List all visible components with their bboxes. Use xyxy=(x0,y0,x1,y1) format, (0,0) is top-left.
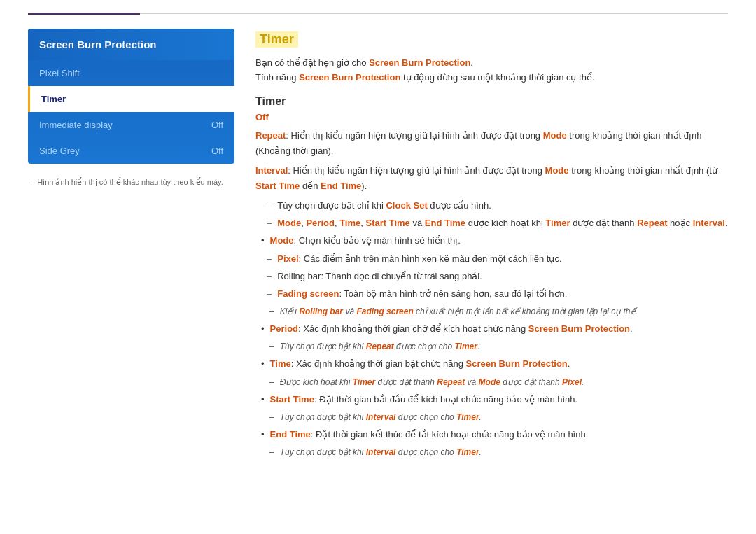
interval-et: Interval xyxy=(366,447,396,457)
note-time: – Được kích hoạt khi Timer được đặt thàn… xyxy=(270,375,728,389)
fading-screen-term: Fading screen xyxy=(356,307,413,316)
note-mode-period: – Mode, Period, Time, Start Time và End … xyxy=(267,216,728,231)
interval-t: Interval xyxy=(693,218,725,228)
sub-fading: – Fading screen: Toàn bộ màn hình trở nê… xyxy=(267,286,728,302)
start-time-label: Start Time xyxy=(270,394,314,405)
mode-t: Mode xyxy=(277,218,301,228)
sidebar-item-label: Pixel Shift xyxy=(39,68,80,78)
bullet-end-time: • End Time: Đặt thời gian kết thúc để tắ… xyxy=(261,427,728,442)
note-time-text: Được kích hoạt khi Timer được đặt thành … xyxy=(280,375,584,389)
bullet-start-time-text: Start Time: Đặt thời gian bắt đầu để kíc… xyxy=(270,392,578,407)
repeat-p: Repeat xyxy=(366,342,394,351)
note-start-time: – Tùy chọn được bật khi Interval được ch… xyxy=(270,410,728,424)
end-time-term-1: End Time xyxy=(321,181,361,191)
content-area: Timer Bạn có thể đặt hẹn giờ cho Screen … xyxy=(255,29,728,463)
sub-fading-text: Fading screen: Toàn bộ màn hình trở nên … xyxy=(277,286,567,302)
start-time-term-1: Start Time xyxy=(255,181,300,191)
note-period: – Tùy chọn được bật khi Repeat được chọn… xyxy=(270,339,728,353)
repeat-t2: Repeat xyxy=(437,377,465,387)
top-border-accent xyxy=(28,13,140,15)
timer-t: Timer xyxy=(545,218,570,228)
sidebar-item-value: Off xyxy=(211,146,223,156)
sub-rolling-text: Rolling bar: Thanh dọc di chuyển từ trái… xyxy=(277,269,482,284)
sidebar-title: Screen Burn Protection xyxy=(28,29,234,60)
timer-p: Timer xyxy=(454,342,477,351)
mode-t2: Mode xyxy=(479,377,500,387)
repeat-paragraph: Repeat: Hiển thị kiểu ngăn hiện tượng gi… xyxy=(255,128,728,159)
sub-pixel: – Pixel: Các điểm ảnh trên màn hình xen … xyxy=(267,251,728,267)
time-label: Time xyxy=(270,358,291,369)
note-rolling-fading-text: Kiểu Rolling bar và Fading screen chỉ xu… xyxy=(280,304,638,318)
rolling-bar-term: Rolling bar xyxy=(299,307,343,316)
bullet-dot-5: • xyxy=(261,427,265,442)
clock-set-term: Clock Set xyxy=(386,200,427,211)
note-clock-set: – Tùy chọn được bật chỉ khi Clock Set đư… xyxy=(267,198,728,213)
top-border-line xyxy=(140,13,728,14)
sidebar-item-timer[interactable]: Timer xyxy=(28,86,234,112)
sidebar-item-value: Off xyxy=(211,120,223,130)
sidebar-item-immediate-display[interactable]: Immediate display Off xyxy=(28,112,234,138)
note-mode-period-text: Mode, Period, Time, Start Time và End Ti… xyxy=(277,216,727,231)
interval-paragraph: Interval: Hiển thị kiểu ngăn hiện tượng … xyxy=(255,163,728,194)
status-off: Off xyxy=(255,112,728,122)
top-border xyxy=(0,0,756,22)
period-t: Period xyxy=(306,218,334,228)
mode-term-2: Mode xyxy=(545,165,569,176)
interval-term: Interval xyxy=(255,165,288,176)
repeat-term: Repeat xyxy=(255,130,286,141)
content-title: Timer xyxy=(255,31,298,48)
mode-term-1: Mode xyxy=(543,130,567,141)
content-intro: Bạn có thể đặt hẹn giờ cho Screen Burn P… xyxy=(255,56,728,85)
dash-icon-10: – xyxy=(270,445,274,459)
bullet-dot: • xyxy=(261,233,265,248)
bullet-dot-3: • xyxy=(261,356,265,372)
period-label: Period xyxy=(270,323,298,334)
bullet-period-text: Period: Xác định khoảng thời gian chờ để… xyxy=(270,321,633,337)
sidebar-item-pixel-shift[interactable]: Pixel Shift xyxy=(28,60,234,86)
note-start-time-text: Tùy chọn được bật khi Interval được chọn… xyxy=(280,410,482,424)
main-layout: Screen Burn Protection Pixel Shift Timer… xyxy=(0,22,756,477)
time-t: Time xyxy=(340,218,360,228)
bullet-mode-text: Mode: Chọn kiểu bảo vệ màn hình sẽ hiển … xyxy=(270,233,461,248)
dash-icon-5: – xyxy=(267,286,272,302)
dash-icon-3: – xyxy=(267,251,272,267)
bullet-start-time: • Start Time: Đặt thời gian bắt đầu để k… xyxy=(261,392,728,407)
endtime-t: End Time xyxy=(425,218,465,228)
dash-icon-6: – xyxy=(270,304,274,318)
bullet-period: • Period: Xác định khoảng thời gian chờ … xyxy=(261,321,728,337)
dash-icon-9: – xyxy=(270,410,274,424)
highlight-screen-burn-2: Screen Burn Protection xyxy=(299,72,400,83)
intro-line2: Tính năng Screen Burn Protection tự động… xyxy=(255,71,728,85)
dash-icon-4: – xyxy=(267,269,272,284)
content-body: Repeat: Hiển thị kiểu ngăn hiện tượng gi… xyxy=(255,128,728,460)
bullet-time-text: Time: Xác định khoảng thời gian bật chức… xyxy=(270,356,570,372)
dash-icon-2: – xyxy=(267,216,272,231)
bullet-end-time-text: End Time: Đặt thời gian kết thúc để tắt … xyxy=(270,427,589,442)
screen-burn-t: Screen Burn Protection xyxy=(466,358,568,369)
pixel-label: Pixel xyxy=(277,253,298,264)
sidebar-menu: Screen Burn Protection Pixel Shift Timer… xyxy=(28,29,234,164)
sidebar-item-label: Side Grey xyxy=(39,146,80,156)
screen-burn-p: Screen Burn Protection xyxy=(528,323,630,334)
highlight-screen-burn-1: Screen Burn Protection xyxy=(369,57,470,68)
pixel-t2: Pixel xyxy=(562,377,582,387)
note-clock-set-text: Tùy chọn được bật chỉ khi Clock Set được… xyxy=(277,198,491,213)
timer-et: Timer xyxy=(456,447,479,457)
section-title-timer: Timer xyxy=(255,95,728,108)
sub-pixel-text: Pixel: Các điểm ảnh trên màn hình xen kẽ… xyxy=(277,251,561,267)
intro-line1: Bạn có thể đặt hẹn giờ cho Screen Burn P… xyxy=(255,56,728,71)
bullet-mode: • Mode: Chọn kiểu bảo vệ màn hình sẽ hiể… xyxy=(261,233,728,248)
dash-icon-8: – xyxy=(270,375,274,389)
timer-st: Timer xyxy=(456,412,479,422)
bullet-dot-4: • xyxy=(261,392,265,407)
bullet-time: • Time: Xác định khoảng thời gian bật ch… xyxy=(261,356,728,372)
sidebar: Screen Burn Protection Pixel Shift Timer… xyxy=(28,29,234,463)
sidebar-note: – Hình ảnh hiển thị có thể khác nhau tùy… xyxy=(28,178,234,187)
repeat-t: Repeat xyxy=(637,218,667,228)
fading-label: Fading screen xyxy=(277,288,339,299)
note-end-time-text: Tùy chọn được bật khi Interval được chọn… xyxy=(280,445,482,459)
starttime-t: Start Time xyxy=(365,218,410,228)
mode-label: Mode xyxy=(270,235,294,246)
sidebar-item-side-grey[interactable]: Side Grey Off xyxy=(28,138,234,164)
note-end-time: – Tùy chọn được bật khi Interval được ch… xyxy=(270,445,728,459)
